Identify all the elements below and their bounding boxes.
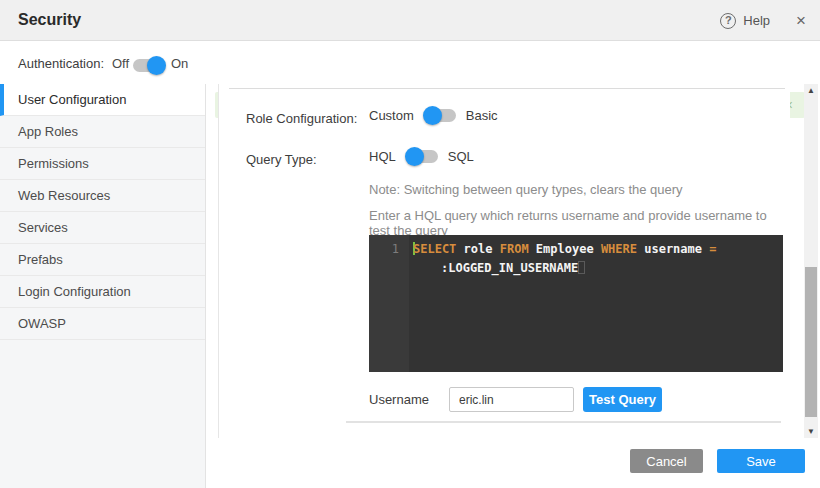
role-custom-label: Custom: [369, 108, 414, 123]
query-type-control: HQL SQL: [369, 149, 474, 164]
hql-query-editor[interactable]: 1 SELECT role FROM Employee WHERE userna…: [369, 235, 783, 372]
sidebar-item-user-configuration[interactable]: User Configuration: [0, 84, 205, 116]
vertical-scrollbar[interactable]: ▲ ▼: [804, 84, 818, 438]
query-type-label: Query Type:: [246, 152, 317, 167]
cancel-button[interactable]: Cancel: [630, 449, 703, 473]
query-hql-label: HQL: [369, 149, 396, 164]
sidebar-item-services[interactable]: Services: [0, 212, 205, 244]
query-instruction-note: Enter a HQL query which returns username…: [369, 208, 790, 238]
scroll-down-arrow-icon[interactable]: ▼: [804, 425, 818, 438]
toggle-knob: [405, 147, 424, 166]
username-input[interactable]: [449, 387, 574, 412]
authentication-label: Authentication:: [18, 56, 104, 71]
username-label: Username: [369, 392, 429, 407]
sidebar: User Configuration App Roles Permissions…: [0, 84, 206, 488]
save-button[interactable]: Save: [717, 449, 805, 473]
close-icon[interactable]: ×: [796, 11, 806, 31]
editor-code-area[interactable]: SELECT role FROM Employee WHERE username…: [409, 235, 783, 372]
authentication-toggle[interactable]: [133, 59, 165, 72]
help-icon: ?: [720, 13, 736, 29]
sidebar-item-permissions[interactable]: Permissions: [0, 148, 205, 180]
role-configuration-label: Role Configuration:: [246, 111, 357, 126]
query-type-note: Note: Switching between query types, cle…: [369, 182, 683, 197]
footer-actions: Cancel Save: [206, 438, 820, 488]
code-line-1-wrap: :LOGGED_IN_USERNAME: [413, 259, 779, 278]
app-header: Security ? Help ×: [0, 0, 820, 41]
divider: [346, 421, 781, 423]
authentication-off-label: Off: [112, 56, 129, 71]
authentication-row: Authentication: Off On ✓ Tested query su…: [0, 41, 820, 84]
divider: [229, 88, 785, 89]
help-label: Help: [743, 13, 770, 28]
user-configuration-panel: Role Configuration: Custom Basic Query T…: [218, 84, 790, 438]
bracket-highlight: [578, 261, 585, 274]
sidebar-item-owasp[interactable]: OWASP: [0, 308, 205, 340]
sidebar-item-app-roles[interactable]: App Roles: [0, 116, 205, 148]
sidebar-item-login-configuration[interactable]: Login Configuration: [0, 276, 205, 308]
help-button[interactable]: ? Help: [720, 13, 770, 29]
scrollbar-thumb[interactable]: [805, 267, 817, 417]
sidebar-item-prefabs[interactable]: Prefabs: [0, 244, 205, 276]
query-sql-label: SQL: [448, 149, 474, 164]
test-query-button[interactable]: Test Query: [583, 387, 662, 412]
toggle-knob: [423, 106, 442, 125]
sidebar-item-web-resources[interactable]: Web Resources: [0, 180, 205, 212]
code-line-1: SELECT role FROM Employee WHERE username…: [413, 240, 779, 259]
editor-line-number: 1: [369, 235, 409, 372]
toggle-knob: [147, 56, 166, 75]
page-title: Security: [18, 11, 81, 29]
authentication-on-label: On: [171, 56, 188, 71]
role-configuration-control: Custom Basic: [369, 108, 498, 123]
role-configuration-toggle[interactable]: [424, 109, 456, 122]
role-basic-label: Basic: [466, 108, 498, 123]
query-type-toggle[interactable]: [406, 150, 438, 163]
scroll-up-arrow-icon[interactable]: ▲: [804, 84, 818, 97]
